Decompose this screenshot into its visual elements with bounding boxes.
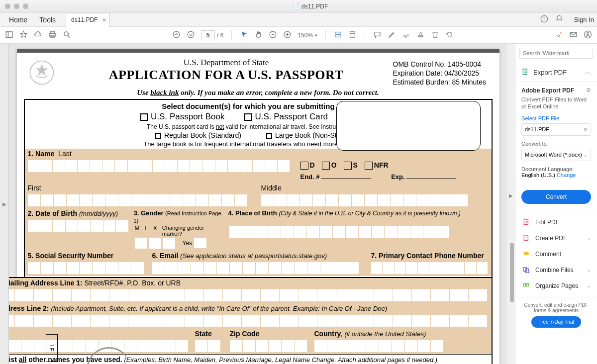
clear-file-icon[interactable]: ✕ xyxy=(583,126,588,133)
tool-comment[interactable]: Comment xyxy=(515,246,597,262)
end-input[interactable] xyxy=(321,172,371,179)
flag-nfr[interactable]: NFR xyxy=(365,161,389,170)
svg-rect-31 xyxy=(526,269,529,273)
scrollbar[interactable] xyxy=(510,243,514,302)
page-view-icon[interactable] xyxy=(348,30,357,40)
highlight-icon[interactable] xyxy=(388,30,396,40)
zoom-value[interactable]: 150% xyxy=(298,32,313,39)
flag-s[interactable]: S xyxy=(344,161,358,170)
pob-input[interactable] xyxy=(226,217,492,240)
field-3-label: 3. Gender xyxy=(134,209,164,217)
last-name-input[interactable] xyxy=(25,158,294,183)
tools-panel: Export PDF ︿ Adobe Export PDF⚙ Convert P… xyxy=(515,44,597,364)
profile-icon[interactable] xyxy=(584,30,592,40)
omb-number: OMB Control No. 1405-0004 xyxy=(393,60,493,69)
search-icon[interactable] xyxy=(63,30,71,40)
field-8-label: 8. Mailing Address Line 1: xyxy=(9,279,83,287)
sign-in-link[interactable]: Sign In xyxy=(570,16,594,23)
pointer-icon[interactable] xyxy=(240,30,248,40)
page-down-icon[interactable] xyxy=(187,30,195,40)
select-file-link[interactable]: Select PDF File xyxy=(521,115,591,121)
star-icon[interactable] xyxy=(19,30,28,40)
signature-icon[interactable] xyxy=(555,30,563,40)
comment-icon[interactable] xyxy=(373,30,382,40)
field-4-label: 4. Place of Birth xyxy=(228,209,277,217)
ssn-input[interactable] xyxy=(25,260,149,276)
phone-input[interactable] xyxy=(368,260,492,276)
zip-input[interactable] xyxy=(227,338,311,354)
format-select[interactable]: Microsoft Word (*.docx)⌄ xyxy=(521,149,591,161)
email-input[interactable] xyxy=(149,260,368,276)
tool-create-pdf[interactable]: +Create PDF⌄ xyxy=(515,230,597,246)
flag-o[interactable]: O xyxy=(322,161,337,170)
svg-line-8 xyxy=(68,35,70,37)
tool-combine[interactable]: Combine Files⌄ xyxy=(515,262,597,278)
instructions: Use black ink only. If you make an error… xyxy=(24,89,493,97)
convert-button[interactable]: Convert xyxy=(521,190,591,204)
gender-f-box[interactable] xyxy=(149,238,162,249)
page-number-input[interactable] xyxy=(201,30,215,40)
traffic-lights[interactable] xyxy=(5,3,28,9)
document-tab[interactable]: ds11.PDF ✕ xyxy=(66,13,110,27)
zoom-out-icon[interactable] xyxy=(269,30,277,40)
first-name-input[interactable] xyxy=(25,192,258,208)
opt-passport-book[interactable]: U.S. Passport Book xyxy=(140,112,224,122)
zip-label: Zip Code xyxy=(227,329,311,338)
help-icon[interactable]: ? xyxy=(540,15,548,24)
addr1-input[interactable] xyxy=(9,287,492,303)
opt-regular[interactable]: Regular Book (Standard) xyxy=(155,131,241,139)
gender-change-box[interactable] xyxy=(194,238,207,248)
export-desc: Convert PDF Files to Word or Excel Onlin… xyxy=(521,96,591,110)
stamp-icon[interactable] xyxy=(416,30,425,40)
svg-text:?: ? xyxy=(543,16,545,21)
edit-pdf-icon xyxy=(522,218,530,226)
right-panel-toggle[interactable]: ▶ xyxy=(507,44,515,364)
hand-icon[interactable] xyxy=(254,30,263,40)
rotate-icon[interactable] xyxy=(445,30,454,40)
tool-organize[interactable]: Organize Pages⌄ xyxy=(515,278,597,294)
state-input[interactable] xyxy=(192,338,227,354)
page-up-icon[interactable] xyxy=(172,30,181,40)
pdf-page: U.S. Department of State APPLICATION FOR… xyxy=(17,49,499,364)
selected-file[interactable]: ds11.PDF✕ xyxy=(521,123,591,136)
tool-edit-pdf[interactable]: Edit PDF xyxy=(515,214,597,230)
country-input[interactable] xyxy=(311,338,492,354)
bell-icon[interactable] xyxy=(555,15,563,24)
change-lang-link[interactable]: Change xyxy=(557,172,576,178)
gender-m-box[interactable] xyxy=(135,238,148,249)
menu-home[interactable]: Home xyxy=(3,16,33,24)
free-trial-button[interactable]: Free 7-Day Trial xyxy=(531,316,581,328)
chevron-down-icon: ⌄ xyxy=(583,152,588,158)
fit-width-icon[interactable] xyxy=(334,30,342,40)
gender-x-box[interactable] xyxy=(163,238,176,249)
document-viewport[interactable]: ▶ U.S. Department of State APPLICATION F… xyxy=(0,44,515,364)
toolbar: / 6 150%▾ xyxy=(0,27,597,44)
mail-icon[interactable] xyxy=(569,30,578,40)
tab-close-icon[interactable]: ✕ xyxy=(102,17,106,23)
comment-tool-icon xyxy=(522,250,530,258)
cloud-icon[interactable] xyxy=(34,30,42,40)
middle-name-input[interactable] xyxy=(258,192,492,208)
export-pdf-icon xyxy=(521,68,529,76)
svg-rect-19 xyxy=(375,32,380,36)
export-pdf-header[interactable]: Export PDF ︿ xyxy=(515,63,597,82)
gender-f: F xyxy=(145,225,148,232)
tools-search-input[interactable] xyxy=(519,48,593,59)
opt-passport-card[interactable]: U.S. Passport Card xyxy=(244,112,327,122)
addr2-input[interactable] xyxy=(9,313,492,329)
svg-text:+: + xyxy=(525,236,527,240)
trash-icon[interactable] xyxy=(431,30,439,40)
zoom-in-icon[interactable] xyxy=(283,30,292,40)
sidebar-toggle-icon[interactable] xyxy=(5,30,13,40)
sign-icon[interactable] xyxy=(402,30,410,40)
flag-d[interactable]: D xyxy=(300,161,315,170)
print-icon[interactable] xyxy=(48,30,57,40)
exp-input[interactable] xyxy=(406,172,456,179)
menu-tools[interactable]: Tools xyxy=(33,16,62,24)
left-panel-toggle[interactable]: ▶ xyxy=(0,44,9,364)
gender-change-label: Changing gender marker? xyxy=(162,225,223,237)
settings-icon[interactable]: ⚙ xyxy=(586,87,591,96)
seal-circle-icon xyxy=(87,347,126,364)
dob-input[interactable] xyxy=(25,218,132,234)
zoom-chevron-icon[interactable]: ▾ xyxy=(315,33,317,38)
